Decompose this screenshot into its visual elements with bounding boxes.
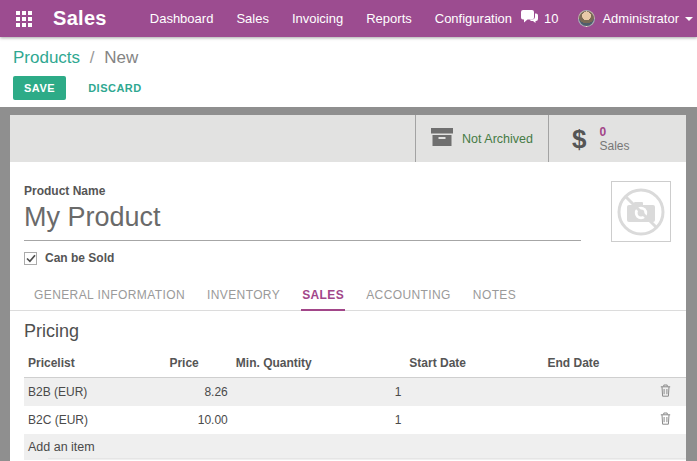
notebook-tabs: GENERAL INFORMATION INVENTORY SALES ACCO… xyxy=(10,282,686,311)
delete-row-button[interactable] xyxy=(645,378,686,407)
discard-button[interactable]: DISCARD xyxy=(76,76,154,100)
price-cell[interactable]: 8.26 xyxy=(165,378,231,407)
breadcrumb-separator: / xyxy=(90,48,95,67)
product-name-input[interactable]: My Product xyxy=(24,202,581,241)
tab-general-information[interactable]: GENERAL INFORMATION xyxy=(33,282,186,311)
breadcrumb-current: New xyxy=(104,48,138,67)
delete-row-button[interactable] xyxy=(645,406,686,434)
messages-count: 10 xyxy=(544,11,558,26)
save-button[interactable]: SAVE xyxy=(13,76,66,100)
breadcrumb: Products / New xyxy=(13,48,697,68)
checkmark-icon xyxy=(26,254,36,263)
sales-count-value: 0 xyxy=(599,125,629,139)
no-camera-icon xyxy=(614,184,668,239)
messages-button[interactable]: 10 xyxy=(521,10,558,28)
product-name-label: Product Name xyxy=(24,184,686,198)
col-header-delete xyxy=(645,351,686,378)
status-button-box: Not Archived $ 0 Sales xyxy=(10,115,686,162)
pricelist-header-row: Pricelist Price Min. Quantity Start Date… xyxy=(24,351,686,378)
tab-inventory[interactable]: INVENTORY xyxy=(206,282,281,311)
pricing-section-title: Pricing xyxy=(24,321,686,342)
col-header-price: Price xyxy=(165,351,231,378)
menu-item-reports[interactable]: Reports xyxy=(366,11,412,26)
menu-item-configuration[interactable]: Configuration xyxy=(435,11,512,26)
start-date-cell[interactable] xyxy=(405,406,543,434)
min-quantity-cell[interactable]: 1 xyxy=(232,378,406,407)
archive-toggle-button[interactable]: Not Archived xyxy=(415,115,548,162)
chat-bubble-icon xyxy=(521,10,538,28)
archive-box-icon xyxy=(431,128,453,150)
end-date-cell[interactable] xyxy=(544,406,646,434)
pricelist-cell[interactable]: B2B (EUR) xyxy=(24,378,165,407)
user-menu[interactable]: Administrator xyxy=(602,11,679,26)
pricelist-cell[interactable]: B2C (EUR) xyxy=(24,406,165,434)
menu-item-dashboard[interactable]: Dashboard xyxy=(150,11,214,26)
main-menu: Dashboard Sales Invoicing Reports Config… xyxy=(150,11,512,26)
menu-item-invoicing[interactable]: Invoicing xyxy=(292,11,343,26)
trash-icon xyxy=(660,384,671,397)
tab-notes[interactable]: NOTES xyxy=(472,282,517,311)
odoo-sales-window: Sales Dashboard Sales Invoicing Reports … xyxy=(0,0,697,461)
apps-grid-icon[interactable] xyxy=(16,11,32,27)
sales-stat-text: 0 Sales xyxy=(599,125,629,153)
chevron-down-icon[interactable] xyxy=(685,17,693,21)
min-quantity-cell[interactable]: 1 xyxy=(232,406,406,434)
dollar-icon: $ xyxy=(572,126,586,152)
trash-icon xyxy=(660,412,671,425)
archive-status-label: Not Archived xyxy=(462,132,533,146)
tab-sales[interactable]: SALES xyxy=(301,282,345,311)
pricelist-row-b2c[interactable]: B2C (EUR) 10.00 1 xyxy=(24,406,686,434)
pricelist-table: Pricelist Price Min. Quantity Start Date… xyxy=(24,351,686,460)
sales-count-label: Sales xyxy=(599,139,629,153)
col-header-start-date: Start Date xyxy=(405,351,543,378)
form-action-buttons: SAVE DISCARD xyxy=(13,76,697,100)
navbar-right: 10 Administrator xyxy=(521,10,693,28)
menu-item-sales[interactable]: Sales xyxy=(236,11,269,26)
section-divider xyxy=(48,458,686,459)
pricelist-row-b2b[interactable]: B2B (EUR) 8.26 1 xyxy=(24,378,686,407)
sales-stat-button[interactable]: $ 0 Sales xyxy=(548,115,686,162)
col-header-min-quantity: Min. Quantity xyxy=(232,351,406,378)
product-image-upload[interactable] xyxy=(611,181,671,242)
add-item-row[interactable]: Add an item xyxy=(24,434,686,460)
start-date-cell[interactable] xyxy=(405,378,543,407)
control-panel: Products / New SAVE DISCARD xyxy=(0,37,697,107)
price-cell[interactable]: 10.00 xyxy=(165,406,231,434)
add-an-item-link[interactable]: Add an item xyxy=(24,434,686,460)
avatar[interactable] xyxy=(578,10,595,27)
can-be-sold-checkbox[interactable] xyxy=(24,252,37,265)
col-header-pricelist: Pricelist xyxy=(24,351,165,378)
tab-accounting[interactable]: ACCOUNTING xyxy=(365,282,452,311)
form-frame: Not Archived $ 0 Sales Product Name My P… xyxy=(0,107,697,461)
top-navbar: Sales Dashboard Sales Invoicing Reports … xyxy=(0,0,697,37)
can-be-sold-field[interactable]: Can be Sold xyxy=(24,251,686,265)
end-date-cell[interactable] xyxy=(544,378,646,407)
breadcrumb-products-link[interactable]: Products xyxy=(13,48,80,67)
can-be-sold-label: Can be Sold xyxy=(45,251,114,265)
col-header-end-date: End Date xyxy=(544,351,646,378)
app-title[interactable]: Sales xyxy=(53,7,107,30)
form-sheet: Not Archived $ 0 Sales Product Name My P… xyxy=(10,115,686,461)
